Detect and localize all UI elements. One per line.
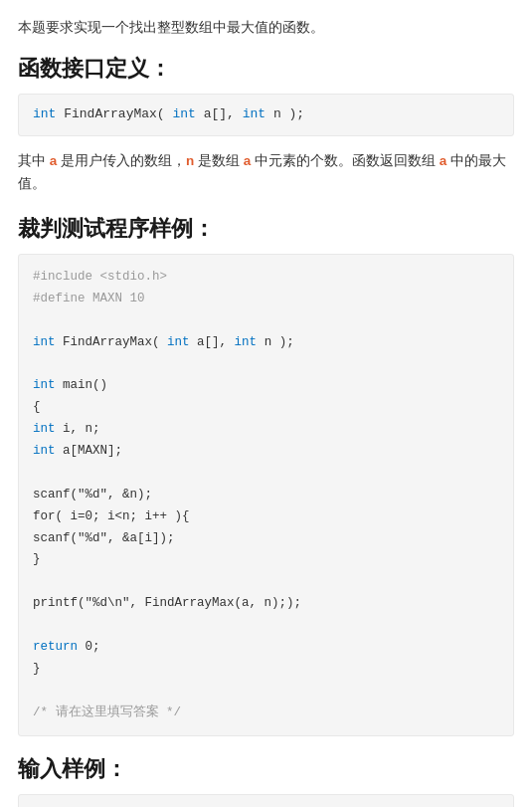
answer-comment: /* 请在这里填写答案 */ [33,706,181,719]
code-line-8: scanf("%d", &n); [33,485,499,506]
param-a-decl: a[], [197,335,235,349]
code-line-6: int i, n; [33,419,499,441]
code-line-9: for( i=0; i<n; i++ ){ [33,506,499,528]
keyword-int: int [33,106,56,121]
code-line-14: } [33,659,499,681]
code-line-blank5 [33,615,499,637]
kw-int-3: int [235,335,258,349]
return-zero: 0; [86,640,100,654]
param-n: n ); [273,106,304,121]
var-decl-i: i, n; [63,422,100,436]
code-line-blank3 [33,463,499,485]
code-line-3: int FindArrayMax( int a[], int n ); [33,332,499,354]
code-line-blank6 [33,681,499,703]
code-line-10: scanf("%d", &a[i]); [33,528,499,550]
code-line-1: #include <stdio.h> [33,267,499,289]
kw-int-2: int [167,335,190,349]
brace-open: { [33,400,41,414]
description-text: 其中 a 是用户传入的数组，n 是数组 a 中元素的个数。函数返回数组 a 中的… [18,150,514,196]
code-line-13: return 0; [33,637,499,659]
kw-int-i: int [33,422,56,436]
function-interface-title: 函数接口定义： [18,54,514,84]
code-line-blank2 [33,354,499,376]
func-decl: FindArrayMax( [63,335,167,349]
var-n: n [186,153,194,168]
function-interface-code: int FindArrayMax( int a[], int n ); [18,94,514,136]
code-line-12: printf("%d\n", FindArrayMax(a, n);); [33,593,499,615]
scanf-n: scanf("%d", &n); [33,488,152,502]
judge-section-title: 裁判测试程序样例： [18,214,514,244]
code-line-blank4 [33,571,499,593]
kw-int-main: int [33,378,56,392]
var-a2: a [244,153,252,168]
var-a3: a [440,153,447,168]
kw-return: return [33,640,78,654]
code-line-5: { [33,397,499,419]
code-line-15: /* 请在这里填写答案 */ [33,703,499,724]
kw-int-1: int [33,335,56,349]
input-section-title: 输入样例： [18,754,514,784]
scanf-a: scanf("%d", &a[i]); [33,531,175,545]
var-a: a [50,153,58,168]
param-n-decl: n ); [265,335,294,349]
func-signature: FindArrayMax( [64,106,172,121]
main-decl: main() [63,378,107,392]
kw-int-a: int [33,444,56,458]
for-close: } [33,552,41,566]
code-line-blank1 [33,310,499,332]
for-loop: for( i=0; i<n; i++ ){ [33,509,190,523]
code-line-11: } [33,549,499,571]
var-decl-a: a[MAXN]; [63,444,122,458]
define-line: #define MAXN 10 [33,292,145,305]
judge-code-box: #include <stdio.h> #define MAXN 10 int F… [18,254,514,736]
brace-close: } [33,662,41,676]
code-line-2: #define MAXN 10 [33,289,499,310]
code-line-7: int a[MAXN]; [33,441,499,463]
include-line: #include <stdio.h> [33,270,167,284]
code-line-4: int main() [33,375,499,397]
intro-text: 本题要求实现一个找出整型数组中最大值的函数。 [18,16,514,38]
keyword-int3: int [243,106,266,121]
keyword-int2: int [172,106,195,121]
input-code-box: 4 20 78 99 -14 [18,794,514,807]
printf-line: printf("%d\n", FindArrayMax(a, n);); [33,596,301,610]
param-a: a[], [204,106,243,121]
